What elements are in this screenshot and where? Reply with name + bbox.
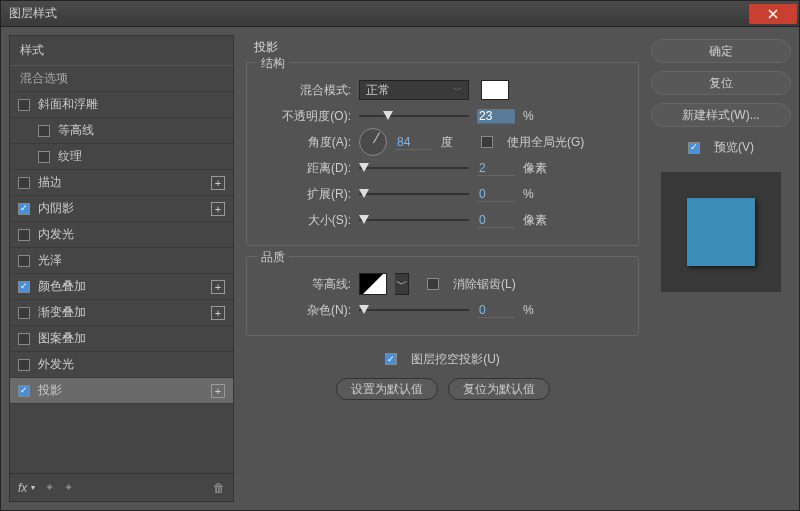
style-label: 纹理 — [58, 148, 225, 165]
contour-dropdown[interactable]: ﹀ — [395, 273, 409, 295]
arrow-down-icon[interactable]: ✦ — [64, 481, 73, 494]
angle-dial[interactable] — [359, 128, 387, 156]
knockout-label: 图层挖空投影(U) — [411, 351, 500, 368]
spread-unit: % — [523, 187, 555, 201]
close-button[interactable] — [749, 4, 797, 24]
ok-button[interactable]: 确定 — [651, 39, 791, 63]
style-checkbox[interactable] — [18, 229, 30, 241]
style-item-3[interactable]: 描边+ — [10, 170, 233, 196]
style-checkbox[interactable] — [18, 385, 30, 397]
add-effect-icon[interactable]: + — [211, 202, 225, 216]
reset-default-button[interactable]: 复位为默认值 — [448, 378, 550, 400]
add-effect-icon[interactable]: + — [211, 176, 225, 190]
opacity-value[interactable]: 23 — [477, 109, 515, 124]
spread-value[interactable]: 0 — [477, 187, 515, 202]
style-item-8[interactable]: 渐变叠加+ — [10, 300, 233, 326]
settings-panel: 投影 结构 混合模式: 正常 ﹀ 不透明度(O): 23 % — [242, 35, 643, 502]
blend-mode-select[interactable]: 正常 ﹀ — [359, 80, 469, 100]
opacity-label: 不透明度(O): — [259, 108, 351, 125]
chevron-down-icon: ﹀ — [396, 276, 408, 293]
add-effect-icon[interactable]: + — [211, 306, 225, 320]
set-default-button[interactable]: 设置为默认值 — [336, 378, 438, 400]
panel-footer: fx ▾ ✦ ✦ 🗑 — [10, 473, 233, 501]
section-title: 投影 — [254, 39, 639, 56]
preview-checkbox[interactable] — [688, 142, 700, 154]
style-label: 图案叠加 — [38, 330, 225, 347]
color-swatch[interactable] — [481, 80, 509, 100]
cancel-button[interactable]: 复位 — [651, 71, 791, 95]
styles-panel: 样式 混合选项 斜面和浮雕等高线纹理描边+内阴影+内发光光泽颜色叠加+渐变叠加+… — [9, 35, 234, 502]
size-label: 大小(S): — [259, 212, 351, 229]
new-style-button[interactable]: 新建样式(W)... — [651, 103, 791, 127]
preview-label: 预览(V) — [714, 139, 754, 156]
style-label: 内阴影 — [38, 200, 211, 217]
noise-label: 杂色(N): — [259, 302, 351, 319]
styles-header[interactable]: 样式 — [10, 36, 233, 65]
style-item-10[interactable]: 外发光 — [10, 352, 233, 378]
style-label: 外发光 — [38, 356, 225, 373]
style-label: 投影 — [38, 382, 211, 399]
style-item-6[interactable]: 光泽 — [10, 248, 233, 274]
titlebar: 图层样式 — [1, 1, 799, 27]
style-item-1[interactable]: 等高线 — [10, 118, 233, 144]
style-checkbox[interactable] — [18, 177, 30, 189]
arrow-up-icon[interactable]: ✦ — [45, 481, 54, 494]
size-value[interactable]: 0 — [477, 213, 515, 228]
distance-slider[interactable] — [359, 160, 469, 176]
size-unit: 像素 — [523, 212, 555, 229]
style-label: 描边 — [38, 174, 211, 191]
noise-unit: % — [523, 303, 555, 317]
fx-menu-icon[interactable]: ▾ — [31, 483, 35, 492]
style-item-5[interactable]: 内发光 — [10, 222, 233, 248]
style-checkbox[interactable] — [18, 203, 30, 215]
style-checkbox[interactable] — [18, 99, 30, 111]
noise-value[interactable]: 0 — [477, 303, 515, 318]
style-item-7[interactable]: 颜色叠加+ — [10, 274, 233, 300]
global-light-checkbox[interactable] — [481, 136, 493, 148]
spread-label: 扩展(R): — [259, 186, 351, 203]
knockout-checkbox[interactable] — [385, 353, 397, 365]
spread-slider[interactable] — [359, 186, 469, 202]
style-item-11[interactable]: 投影+ — [10, 378, 233, 404]
style-item-0[interactable]: 斜面和浮雕 — [10, 92, 233, 118]
blend-options-header[interactable]: 混合选项 — [10, 65, 233, 92]
style-checkbox[interactable] — [18, 307, 30, 319]
structure-label: 结构 — [257, 55, 289, 72]
style-item-2[interactable]: 纹理 — [10, 144, 233, 170]
angle-value[interactable]: 84 — [395, 135, 433, 150]
contour-picker[interactable] — [359, 273, 387, 295]
antialias-label: 消除锯齿(L) — [453, 276, 516, 293]
style-checkbox[interactable] — [18, 281, 30, 293]
distance-unit: 像素 — [523, 160, 555, 177]
trash-icon[interactable]: 🗑 — [213, 481, 225, 495]
style-checkbox[interactable] — [38, 125, 50, 137]
opacity-slider[interactable] — [359, 108, 469, 124]
style-checkbox[interactable] — [38, 151, 50, 163]
size-slider[interactable] — [359, 212, 469, 228]
structure-group: 结构 混合模式: 正常 ﹀ 不透明度(O): 23 % 角度(A): — [246, 62, 639, 246]
action-panel: 确定 复位 新建样式(W)... 预览(V) — [651, 35, 791, 502]
distance-label: 距离(D): — [259, 160, 351, 177]
style-item-9[interactable]: 图案叠加 — [10, 326, 233, 352]
preview-swatch — [687, 198, 755, 266]
antialias-checkbox[interactable] — [427, 278, 439, 290]
style-checkbox[interactable] — [18, 255, 30, 267]
add-effect-icon[interactable]: + — [211, 384, 225, 398]
style-label: 内发光 — [38, 226, 225, 243]
style-checkbox[interactable] — [18, 359, 30, 371]
noise-slider[interactable] — [359, 302, 469, 318]
style-label: 渐变叠加 — [38, 304, 211, 321]
blend-mode-label: 混合模式: — [259, 82, 351, 99]
add-effect-icon[interactable]: + — [211, 280, 225, 294]
style-item-4[interactable]: 内阴影+ — [10, 196, 233, 222]
window-title: 图层样式 — [9, 5, 749, 22]
style-label: 斜面和浮雕 — [38, 96, 225, 113]
style-checkbox[interactable] — [18, 333, 30, 345]
close-icon — [768, 9, 778, 19]
style-label: 等高线 — [58, 122, 225, 139]
preview-box — [661, 172, 781, 292]
opacity-unit: % — [523, 109, 555, 123]
distance-value[interactable]: 2 — [477, 161, 515, 176]
fx-icon[interactable]: fx — [18, 481, 27, 495]
style-label: 颜色叠加 — [38, 278, 211, 295]
